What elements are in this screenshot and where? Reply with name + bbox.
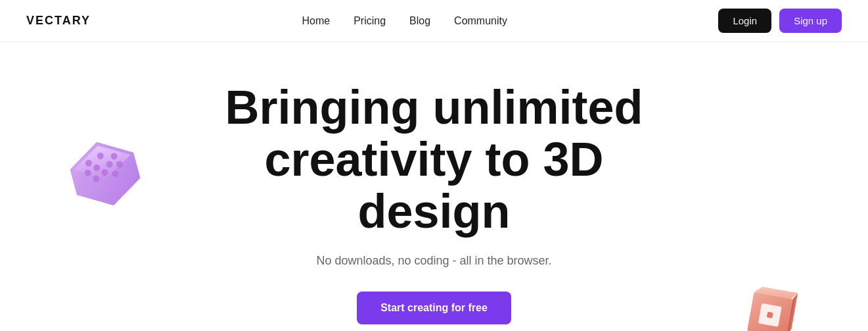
hero-deco-left bbox=[59, 128, 164, 233]
nav-item-pricing[interactable]: Pricing bbox=[354, 15, 386, 26]
hero-deco-right bbox=[730, 278, 815, 331]
hero-section: Bringing unlimited creativity to 3D desi… bbox=[0, 42, 868, 331]
login-button[interactable]: Login bbox=[718, 9, 771, 33]
nav-item-blog[interactable]: Blog bbox=[409, 15, 430, 26]
nav-item-home[interactable]: Home bbox=[302, 15, 330, 26]
nav-links: Home Pricing Blog Community bbox=[302, 15, 507, 27]
hero-subtitle: No downloads, no coding - all in the bro… bbox=[316, 254, 551, 268]
cta-button[interactable]: Start creating for free bbox=[357, 292, 511, 324]
brand-logo[interactable]: VECTARY bbox=[26, 14, 91, 28]
signup-button[interactable]: Sign up bbox=[779, 9, 842, 33]
navbar-actions: Login Sign up bbox=[718, 9, 842, 33]
navbar: VECTARY Home Pricing Blog Community Logi… bbox=[0, 0, 868, 42]
nav-item-community[interactable]: Community bbox=[454, 15, 507, 26]
hero-title: Bringing unlimited creativity to 3D desi… bbox=[188, 82, 681, 238]
